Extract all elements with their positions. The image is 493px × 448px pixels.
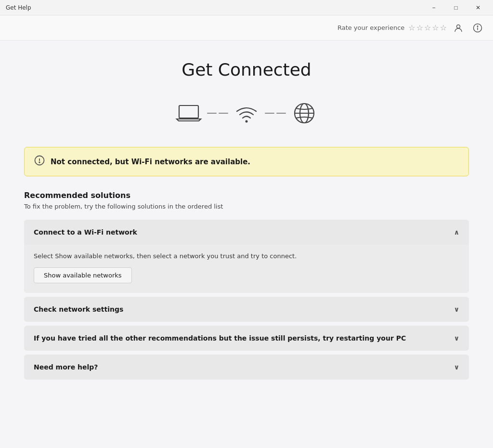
star-3[interactable]: ☆ xyxy=(424,23,431,32)
alert-text: Not connected, but Wi-Fi networks are av… xyxy=(51,158,250,166)
app-title: Get Help xyxy=(6,4,31,11)
title-bar: Get Help − □ ✕ xyxy=(0,0,493,15)
accordion: Connect to a Wi-Fi network ∧ Select Show… xyxy=(24,220,469,380)
title-bar-controls: − □ ✕ xyxy=(423,0,489,15)
star-5[interactable]: ☆ xyxy=(440,23,447,32)
chevron-more-help: ∨ xyxy=(454,363,459,371)
chevron-network-settings: ∨ xyxy=(454,305,459,313)
solutions-title: Recommended solutions xyxy=(24,191,469,200)
accordion-item-restart: If you have tried all the other recommen… xyxy=(24,326,469,351)
page-title: Get Connected xyxy=(24,60,469,79)
accordion-item-more-help: Need more help? ∨ xyxy=(24,355,469,380)
info-button[interactable] xyxy=(470,20,485,36)
main-content: Get Connected xyxy=(0,40,493,448)
maximize-button[interactable]: □ xyxy=(445,0,467,15)
accordion-title-more-help: Need more help? xyxy=(34,363,98,371)
accordion-body-wifi: Select Show available networks, then sel… xyxy=(24,245,469,293)
chevron-wifi: ∧ xyxy=(454,228,459,236)
accordion-title-network-settings: Check network settings xyxy=(34,305,123,313)
globe-icon xyxy=(290,99,319,128)
accordion-item-wifi: Connect to a Wi-Fi network ∧ Select Show… xyxy=(24,220,469,293)
chevron-restart: ∨ xyxy=(454,334,459,342)
rate-label: Rate your experience xyxy=(337,24,404,31)
svg-point-0 xyxy=(457,25,460,28)
wifi-icon xyxy=(232,99,261,128)
accordion-title-restart: If you have tried all the other recommen… xyxy=(34,334,406,342)
star-4[interactable]: ☆ xyxy=(432,23,439,32)
accordion-header-more-help[interactable]: Need more help? ∨ xyxy=(24,355,469,380)
alert-banner: Not connected, but Wi-Fi networks are av… xyxy=(24,147,469,176)
star-rating[interactable]: ☆ ☆ ☆ ☆ ☆ xyxy=(408,23,447,32)
dash-line-1 xyxy=(203,113,232,114)
feedback-button[interactable] xyxy=(451,20,466,36)
title-bar-left: Get Help xyxy=(6,4,31,11)
solutions-desc: To fix the problem, try the following so… xyxy=(24,203,469,210)
svg-rect-4 xyxy=(179,105,198,118)
dash-line-2 xyxy=(261,113,290,114)
header-bar: Rate your experience ☆ ☆ ☆ ☆ ☆ xyxy=(0,15,493,40)
accordion-title-wifi: Connect to a Wi-Fi network xyxy=(34,228,137,236)
laptop-icon xyxy=(174,99,203,128)
connection-diagram xyxy=(24,99,469,128)
accordion-body-text-wifi: Select Show available networks, then sel… xyxy=(34,252,459,260)
svg-point-5 xyxy=(246,120,248,123)
minimize-button[interactable]: − xyxy=(423,0,445,15)
alert-icon xyxy=(34,155,45,168)
svg-point-11 xyxy=(39,162,40,163)
svg-point-3 xyxy=(477,26,478,26)
accordion-header-wifi[interactable]: Connect to a Wi-Fi network ∧ xyxy=(24,220,469,245)
star-1[interactable]: ☆ xyxy=(408,23,415,32)
accordion-item-network-settings: Check network settings ∨ xyxy=(24,297,469,322)
close-button[interactable]: ✕ xyxy=(467,0,489,15)
star-2[interactable]: ☆ xyxy=(416,23,423,32)
accordion-header-network-settings[interactable]: Check network settings ∨ xyxy=(24,297,469,322)
accordion-header-restart[interactable]: If you have tried all the other recommen… xyxy=(24,326,469,351)
show-networks-button[interactable]: Show available networks xyxy=(34,267,132,283)
